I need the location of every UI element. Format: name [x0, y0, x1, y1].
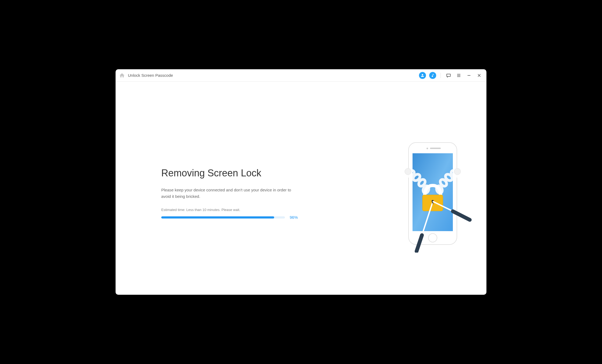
main-heading: Removing Screen Lock: [161, 168, 371, 179]
progress-fill: [161, 216, 274, 219]
titlebar: Unlock Screen Passcode: [116, 69, 486, 82]
illustration-panel: [382, 129, 473, 247]
account-button[interactable]: [418, 71, 427, 79]
window-title: Unlock Screen Passcode: [128, 73, 173, 78]
menu-button[interactable]: [455, 71, 463, 79]
app-window: Unlock Screen Passcode: [116, 69, 486, 295]
left-panel: Removing Screen Lock Please keep your de…: [129, 157, 382, 220]
divider: [440, 73, 441, 78]
user-icon: [419, 72, 426, 79]
feedback-button[interactable]: [445, 71, 453, 79]
svg-point-21: [454, 168, 461, 175]
titlebar-left: Unlock Screen Passcode: [119, 72, 418, 79]
svg-point-8: [427, 148, 428, 149]
music-button[interactable]: [429, 71, 437, 79]
music-icon: [429, 72, 436, 79]
main-content: Removing Screen Lock Please keep your de…: [116, 82, 486, 295]
close-button[interactable]: [475, 71, 483, 79]
description-text: Please keep your device connected and do…: [161, 187, 301, 200]
phone-lock-illustration: [398, 140, 457, 247]
titlebar-right: [418, 71, 483, 79]
svg-rect-9: [430, 148, 441, 149]
svg-point-20: [405, 168, 411, 175]
progress-percent: 96%: [290, 215, 298, 220]
svg-point-0: [422, 74, 423, 75]
minimize-button[interactable]: [465, 71, 473, 79]
progress-bar: [161, 216, 285, 219]
home-icon[interactable]: [119, 72, 125, 79]
svg-rect-10: [413, 153, 453, 231]
progress-row: 96%: [161, 215, 371, 220]
estimate-text: Estimated time: Less than 10 minutes. Pl…: [161, 208, 371, 212]
